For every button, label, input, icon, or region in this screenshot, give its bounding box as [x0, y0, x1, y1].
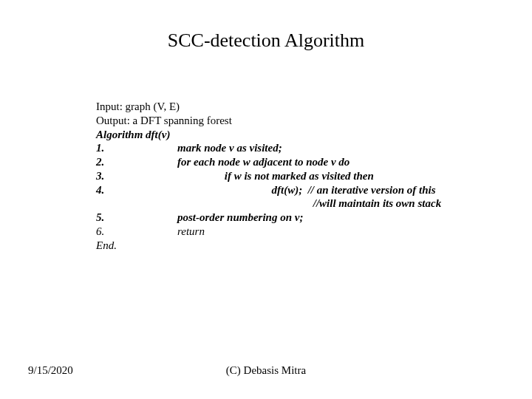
algorithm-body: Input: graph (V, E) Output: a DFT spanni… — [96, 100, 510, 252]
algo-header: Algorithm dft(v) — [96, 128, 510, 142]
line-number: 5. — [96, 211, 177, 225]
line-number: 2. — [96, 155, 177, 169]
line-number: 6. — [96, 225, 177, 239]
line-number: 1. — [96, 141, 177, 155]
line-text: for each node w adjacent to node v do — [177, 155, 349, 169]
line-text: mark node v as visited; — [177, 141, 282, 155]
slide: SCC-detection Algorithm Input: graph (V,… — [0, 0, 532, 399]
algo-line-1: 1.mark node v as visited; — [96, 141, 510, 155]
line-number: 4. — [96, 183, 177, 197]
algo-line-4: 4. dft(w); // an iterative version of th… — [96, 183, 510, 197]
footer-copyright: (C) Debasis Mitra — [0, 364, 532, 377]
line-text: if w is not marked as visited then — [177, 169, 374, 183]
algo-comment-cont: //will maintain its own stack — [96, 197, 510, 211]
algo-line-2: 2.for each node w adjacent to node v do — [96, 155, 510, 169]
algo-end: End. — [96, 239, 510, 253]
algo-line-5: 5.post-order numbering on v; — [96, 211, 510, 225]
line-text: post-order numbering on v; — [177, 211, 303, 225]
line-number: 3. — [96, 169, 177, 183]
line-text: //will maintain its own stack — [177, 197, 441, 211]
line-number — [96, 197, 177, 211]
slide-title: SCC-detection Algorithm — [0, 30, 532, 52]
algo-line-6: 6.return — [96, 225, 510, 239]
line-text: return — [177, 225, 205, 239]
output-line: Output: a DFT spanning forest — [96, 114, 510, 128]
input-line: Input: graph (V, E) — [96, 100, 510, 114]
line-text: dft(w); // an iterative version of this — [177, 183, 436, 197]
algo-line-3: 3. if w is not marked as visited then — [96, 169, 510, 183]
